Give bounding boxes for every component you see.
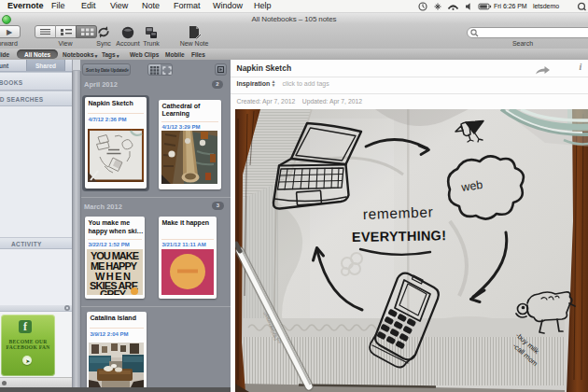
svg-text:remember: remember <box>362 203 433 222</box>
svg-text:GREY: GREY <box>100 288 127 295</box>
svg-text:EVERYTHING!: EVERYTHING! <box>351 228 445 245</box>
